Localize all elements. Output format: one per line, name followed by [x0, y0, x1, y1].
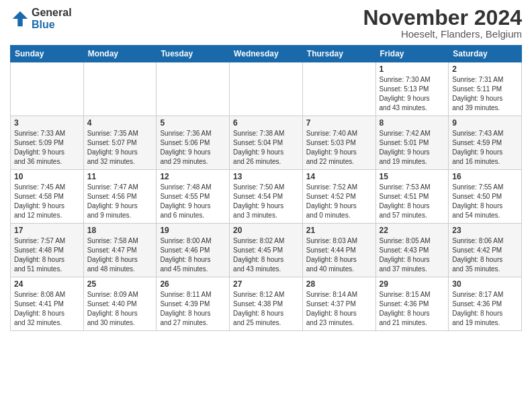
day-info: Sunrise: 7:40 AM Sunset: 5:03 PM Dayligh… — [306, 129, 372, 167]
day-info: Sunrise: 8:08 AM Sunset: 4:41 PM Dayligh… — [14, 290, 80, 328]
header-thursday: Thursday — [302, 46, 375, 62]
header-sunday: Sunday — [11, 46, 84, 62]
day-info: Sunrise: 8:11 AM Sunset: 4:39 PM Dayligh… — [160, 290, 226, 328]
day-info: Sunrise: 7:52 AM Sunset: 4:52 PM Dayligh… — [306, 183, 372, 220]
table-row: 7Sunrise: 7:40 AM Sunset: 5:03 PM Daylig… — [302, 116, 375, 170]
table-row: 28Sunrise: 8:14 AM Sunset: 4:37 PM Dayli… — [302, 277, 375, 331]
day-number: 6 — [233, 118, 299, 128]
day-number: 8 — [380, 118, 445, 128]
week-row-1: 3Sunrise: 7:33 AM Sunset: 5:09 PM Daylig… — [11, 116, 522, 170]
day-info: Sunrise: 7:36 AM Sunset: 5:06 PM Dayligh… — [160, 129, 226, 167]
table-row — [11, 62, 84, 116]
logo-icon — [10, 9, 30, 29]
day-info: Sunrise: 7:42 AM Sunset: 5:01 PM Dayligh… — [380, 129, 445, 167]
day-number: 16 — [452, 172, 518, 181]
table-row: 10Sunrise: 7:45 AM Sunset: 4:58 PM Dayli… — [11, 170, 84, 224]
day-number: 11 — [87, 172, 153, 181]
table-row: 5Sunrise: 7:36 AM Sunset: 5:06 PM Daylig… — [157, 116, 230, 170]
table-row: 16Sunrise: 7:55 AM Sunset: 4:50 PM Dayli… — [449, 170, 522, 224]
day-info: Sunrise: 7:50 AM Sunset: 4:54 PM Dayligh… — [233, 183, 299, 220]
day-number: 30 — [452, 279, 518, 289]
day-number: 10 — [14, 172, 80, 181]
day-number: 9 — [452, 118, 518, 128]
table-row: 19Sunrise: 8:00 AM Sunset: 4:46 PM Dayli… — [157, 224, 230, 277]
table-row: 13Sunrise: 7:50 AM Sunset: 4:54 PM Dayli… — [230, 170, 303, 224]
day-info: Sunrise: 8:00 AM Sunset: 4:46 PM Dayligh… — [160, 236, 226, 274]
day-number: 7 — [306, 118, 372, 128]
day-info: Sunrise: 8:17 AM Sunset: 4:36 PM Dayligh… — [452, 290, 518, 328]
week-row-4: 24Sunrise: 8:08 AM Sunset: 4:41 PM Dayli… — [11, 277, 522, 331]
day-info: Sunrise: 8:15 AM Sunset: 4:36 PM Dayligh… — [380, 290, 445, 328]
day-info: Sunrise: 7:48 AM Sunset: 4:55 PM Dayligh… — [160, 183, 226, 220]
table-row: 20Sunrise: 8:02 AM Sunset: 4:45 PM Dayli… — [230, 224, 303, 277]
logo-blue: Blue — [32, 19, 72, 31]
day-info: Sunrise: 7:33 AM Sunset: 5:09 PM Dayligh… — [14, 129, 80, 167]
table-row: 4Sunrise: 7:35 AM Sunset: 5:07 PM Daylig… — [83, 116, 157, 170]
day-number: 3 — [14, 118, 80, 128]
header: General Blue November 2024 Hoeselt, Flan… — [10, 7, 522, 40]
day-number: 27 — [233, 279, 299, 289]
day-number: 22 — [380, 226, 445, 235]
logo: General Blue — [10, 7, 72, 30]
day-number: 4 — [87, 118, 153, 128]
day-number: 2 — [452, 64, 518, 74]
day-info: Sunrise: 7:43 AM Sunset: 4:59 PM Dayligh… — [452, 129, 518, 167]
header-tuesday: Tuesday — [157, 46, 230, 62]
day-number: 1 — [380, 64, 445, 74]
day-number: 12 — [160, 172, 226, 181]
table-row: 25Sunrise: 8:09 AM Sunset: 4:40 PM Dayli… — [83, 277, 157, 331]
calendar-header-row: Sunday Monday Tuesday Wednesday Thursday… — [11, 46, 522, 62]
table-row: 8Sunrise: 7:42 AM Sunset: 5:01 PM Daylig… — [375, 116, 449, 170]
table-row: 27Sunrise: 8:12 AM Sunset: 4:38 PM Dayli… — [230, 277, 303, 331]
day-info: Sunrise: 7:45 AM Sunset: 4:58 PM Dayligh… — [14, 183, 80, 220]
day-number: 17 — [14, 226, 80, 235]
table-row: 30Sunrise: 8:17 AM Sunset: 4:36 PM Dayli… — [449, 277, 522, 331]
day-info: Sunrise: 8:06 AM Sunset: 4:42 PM Dayligh… — [452, 236, 518, 274]
location: Hoeselt, Flanders, Belgium — [363, 28, 522, 40]
header-wednesday: Wednesday — [230, 46, 303, 62]
day-info: Sunrise: 8:14 AM Sunset: 4:37 PM Dayligh… — [306, 290, 372, 328]
table-row: 23Sunrise: 8:06 AM Sunset: 4:42 PM Dayli… — [449, 224, 522, 277]
table-row: 1Sunrise: 7:30 AM Sunset: 5:13 PM Daylig… — [375, 62, 449, 116]
page: General Blue November 2024 Hoeselt, Flan… — [0, 0, 532, 411]
day-info: Sunrise: 7:57 AM Sunset: 4:48 PM Dayligh… — [14, 236, 80, 274]
table-row: 12Sunrise: 7:48 AM Sunset: 4:55 PM Dayli… — [157, 170, 230, 224]
day-info: Sunrise: 8:09 AM Sunset: 4:40 PM Dayligh… — [87, 290, 153, 328]
table-row: 17Sunrise: 7:57 AM Sunset: 4:48 PM Dayli… — [11, 224, 84, 277]
table-row: 2Sunrise: 7:31 AM Sunset: 5:11 PM Daylig… — [449, 62, 522, 116]
table-row: 24Sunrise: 8:08 AM Sunset: 4:41 PM Dayli… — [11, 277, 84, 331]
day-number: 24 — [14, 279, 80, 289]
day-info: Sunrise: 7:31 AM Sunset: 5:11 PM Dayligh… — [452, 75, 518, 113]
calendar: Sunday Monday Tuesday Wednesday Thursday… — [10, 45, 522, 331]
day-info: Sunrise: 8:05 AM Sunset: 4:43 PM Dayligh… — [380, 236, 445, 274]
day-number: 13 — [233, 172, 299, 181]
title-section: November 2024 Hoeselt, Flanders, Belgium — [363, 7, 522, 40]
week-row-3: 17Sunrise: 7:57 AM Sunset: 4:48 PM Dayli… — [11, 224, 522, 277]
svg-marker-0 — [13, 11, 28, 26]
table-row: 11Sunrise: 7:47 AM Sunset: 4:56 PM Dayli… — [83, 170, 157, 224]
day-info: Sunrise: 7:30 AM Sunset: 5:13 PM Dayligh… — [380, 75, 445, 113]
header-saturday: Saturday — [449, 46, 522, 62]
table-row: 3Sunrise: 7:33 AM Sunset: 5:09 PM Daylig… — [11, 116, 84, 170]
month-title: November 2024 — [363, 7, 522, 28]
day-number: 28 — [306, 279, 372, 289]
day-info: Sunrise: 7:53 AM Sunset: 4:51 PM Dayligh… — [380, 183, 445, 220]
table-row: 15Sunrise: 7:53 AM Sunset: 4:51 PM Dayli… — [375, 170, 449, 224]
header-friday: Friday — [375, 46, 449, 62]
header-monday: Monday — [83, 46, 157, 62]
day-number: 5 — [160, 118, 226, 128]
table-row: 18Sunrise: 7:58 AM Sunset: 4:47 PM Dayli… — [83, 224, 157, 277]
day-info: Sunrise: 7:58 AM Sunset: 4:47 PM Dayligh… — [87, 236, 153, 274]
day-number: 23 — [452, 226, 518, 235]
day-number: 14 — [306, 172, 372, 181]
day-number: 26 — [160, 279, 226, 289]
table-row — [302, 62, 375, 116]
table-row: 6Sunrise: 7:38 AM Sunset: 5:04 PM Daylig… — [230, 116, 303, 170]
logo-general: General — [32, 7, 72, 19]
table-row — [157, 62, 230, 116]
table-row — [230, 62, 303, 116]
day-info: Sunrise: 8:03 AM Sunset: 4:44 PM Dayligh… — [306, 236, 372, 274]
day-info: Sunrise: 7:38 AM Sunset: 5:04 PM Dayligh… — [233, 129, 299, 167]
day-info: Sunrise: 7:35 AM Sunset: 5:07 PM Dayligh… — [87, 129, 153, 167]
day-info: Sunrise: 8:02 AM Sunset: 4:45 PM Dayligh… — [233, 236, 299, 274]
